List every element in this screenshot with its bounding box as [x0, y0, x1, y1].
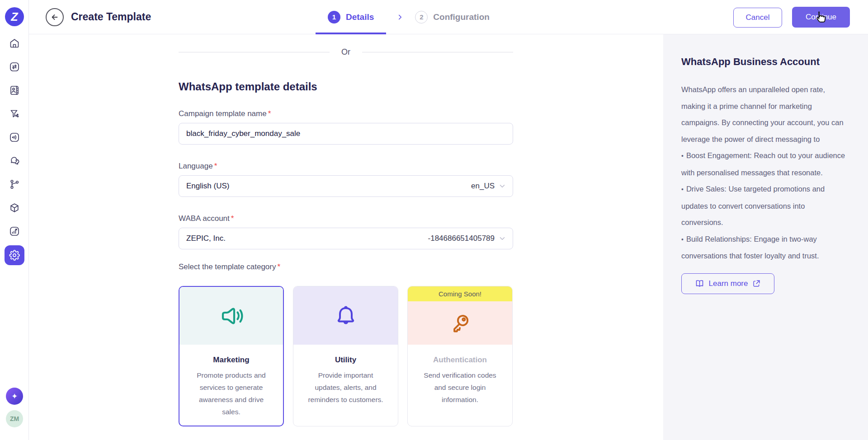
required-marker: * [214, 162, 217, 170]
language-select[interactable]: English (US) en_US [179, 175, 513, 197]
contacts-icon [9, 85, 20, 96]
category-cards: Marketing Promote products and services … [179, 286, 513, 426]
sidebar-item-home[interactable] [9, 38, 20, 49]
arrow-left-icon [50, 13, 59, 22]
active-step-underline [316, 33, 386, 34]
or-divider-label: Or [341, 47, 350, 57]
main-content: Or WhatsApp template details Campaign te… [29, 34, 663, 440]
info-panel-intro: WhatsApp offers an unparalleled open rat… [681, 81, 847, 147]
channels-swap-icon [9, 61, 20, 72]
authentication-card-description: Send verification codes and secure login… [408, 369, 512, 406]
waba-account-id: -184686651405789 [428, 234, 495, 243]
user-avatar[interactable]: ZM [6, 410, 23, 427]
waba-account-select[interactable]: ZEPIC, Inc. -184686651405789 [179, 228, 513, 249]
template-name-input[interactable] [179, 123, 513, 145]
avatar-initials: ZM [10, 415, 19, 422]
sidebar: Z ✦ ZM [0, 0, 29, 440]
page-header: Create Template 1 Details 2 Configuratio… [29, 0, 868, 34]
sidebar-nav [0, 38, 29, 265]
sidebar-item-conversations[interactable] [9, 155, 20, 166]
bell-icon [328, 298, 363, 333]
sparkle-icon: ✦ [11, 392, 18, 401]
step-configuration[interactable]: 2 Configuration [404, 0, 490, 34]
coming-soon-badge: Coming Soon! [408, 286, 512, 301]
back-button[interactable] [46, 8, 64, 26]
authentication-card-title: Authentication [408, 356, 512, 365]
language-code: en_US [471, 182, 495, 191]
step-2-label: Configuration [433, 12, 490, 22]
info-panel: WhatsApp Business Account WhatsApp offer… [663, 34, 868, 440]
book-open-icon [695, 279, 704, 288]
key-icon [444, 307, 476, 339]
authentication-card-illustration [408, 301, 512, 345]
language-label: Language* [179, 162, 513, 171]
required-marker: * [268, 109, 271, 118]
sidebar-item-campaigns[interactable] [9, 132, 20, 143]
step-separator [396, 13, 404, 21]
megaphone-icon [214, 298, 249, 333]
sidebar-item-settings[interactable] [5, 245, 24, 265]
info-panel-body: WhatsApp offers an unparalleled open rat… [681, 81, 847, 264]
info-panel-bullet: •Boost Engagement: Reach out to your aud… [681, 147, 847, 181]
template-details-form: Or WhatsApp template details Campaign te… [179, 34, 513, 426]
form-heading: WhatsApp template details [179, 80, 513, 93]
external-link-icon [752, 279, 761, 288]
utility-card-title: Utility [293, 356, 398, 365]
step-details[interactable]: 1 Details [316, 0, 386, 34]
sidebar-item-workflows[interactable] [9, 179, 20, 190]
divider-line [362, 52, 513, 52]
home-icon [9, 38, 20, 49]
utility-card-description: Provide important updates, alerts, and r… [293, 369, 398, 406]
info-panel-bullet: •Drive Sales: Use targeted promotions an… [681, 181, 847, 231]
chevron-down-icon [498, 182, 506, 190]
step-1-label: Details [346, 12, 374, 22]
utility-card-illustration [293, 286, 398, 345]
ai-assistant-button[interactable]: ✦ [6, 388, 23, 405]
conversations-chat-icon [9, 155, 20, 166]
marketing-card-illustration [179, 287, 283, 345]
settings-gear-icon [9, 250, 20, 261]
app-logo[interactable]: Z [5, 7, 24, 26]
or-divider: Or [179, 47, 513, 57]
category-card-marketing[interactable]: Marketing Promote products and services … [179, 286, 284, 426]
app-logo-letter: Z [11, 10, 18, 23]
info-panel-bullet: •Build Relationships: Engage in two-way … [681, 231, 847, 264]
learn-more-label: Learn more [709, 279, 748, 288]
analytics-chart-icon [9, 226, 20, 237]
divider-line [179, 52, 330, 52]
learn-more-button[interactable]: Learn more [681, 273, 774, 294]
info-panel-title: WhatsApp Business Account [681, 56, 850, 68]
required-marker: * [231, 214, 234, 223]
segments-funnel-icon [9, 108, 20, 119]
required-marker: * [277, 262, 280, 271]
chevron-right-icon [396, 13, 404, 21]
step-2-circle: 2 [415, 11, 428, 23]
page-title: Create Template [71, 11, 151, 23]
stepper: 1 Details 2 Configuration [316, 0, 490, 34]
workflows-branch-icon [9, 179, 20, 190]
waba-account-value: ZEPIC, Inc. [186, 234, 226, 243]
campaigns-broadcast-icon [9, 132, 20, 143]
chevron-down-icon [498, 234, 506, 243]
sidebar-item-assets[interactable] [9, 202, 20, 213]
assets-box-icon [9, 202, 20, 213]
language-value: English (US) [186, 182, 229, 191]
category-label: Select the template category* [179, 262, 513, 272]
sidebar-item-channels[interactable] [9, 61, 20, 72]
category-card-utility[interactable]: Utility Provide important updates, alert… [293, 286, 398, 426]
sidebar-item-segments[interactable] [9, 108, 20, 119]
category-card-authentication: Coming Soon! Authentication Send verific… [407, 286, 513, 426]
step-1-circle: 1 [328, 11, 340, 23]
marketing-card-description: Promote products and services to generat… [179, 369, 283, 418]
sidebar-item-contacts[interactable] [9, 85, 20, 96]
continue-button[interactable]: Continue [792, 7, 850, 28]
template-name-label: Campaign template name* [179, 109, 513, 119]
marketing-card-title: Marketing [179, 356, 283, 365]
cancel-button[interactable]: Cancel [733, 8, 782, 28]
sidebar-item-analytics[interactable] [9, 226, 20, 237]
waba-account-label: WABA account* [179, 214, 513, 224]
